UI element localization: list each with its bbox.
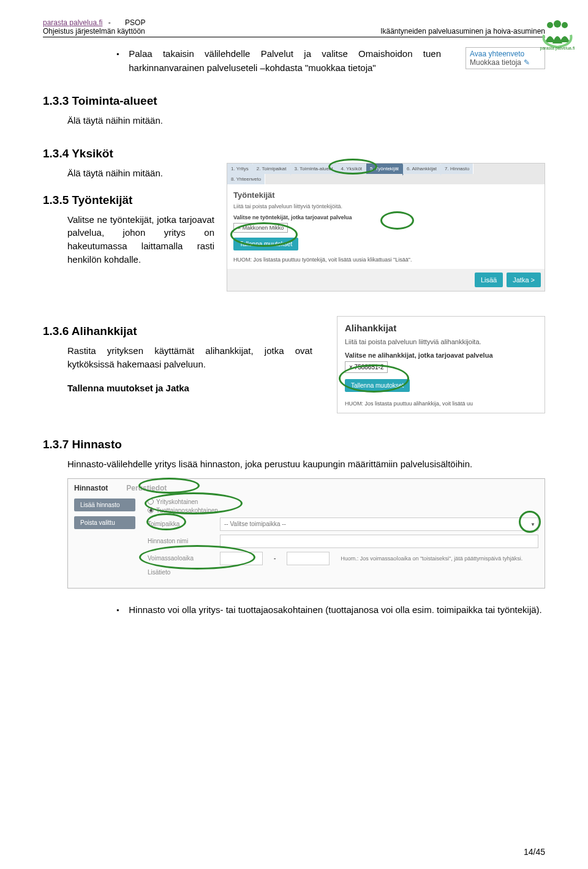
- open-summary-link[interactable]: Avaa yhteenveto: [470, 50, 541, 58]
- screenshot-tyontekijat: 1. Yritys 2. Toimipaikat 3. Toiminta-alu…: [227, 163, 545, 292]
- valid-to-input[interactable]: [287, 552, 330, 565]
- hinnaston-nimi-input[interactable]: [220, 535, 538, 548]
- pencil-icon: ✎: [524, 58, 530, 67]
- toimipaikka-select[interactable]: -- Valitse toimipaikka -- ▼: [220, 517, 538, 531]
- page-number: 14/45: [524, 847, 545, 857]
- radio-yrityskohtainen[interactable]: Yrityskohtainen: [148, 498, 218, 505]
- save-button-ali[interactable]: Tallenna muutokset: [345, 379, 410, 392]
- radio-tuottajanosakohtainen[interactable]: Tuottajanosakohtainen: [148, 507, 218, 514]
- logo: parasta palvelua.fi: [536, 12, 579, 55]
- bullet-icon: ▪: [116, 603, 119, 617]
- svg-point-1: [554, 20, 561, 28]
- tab-yritys[interactable]: 1. Yritys: [227, 164, 253, 174]
- tab-toimipaikat[interactable]: 2. Toimipaikat: [253, 164, 291, 174]
- employee-chip[interactable]: × Makkonen Mikko: [233, 223, 288, 233]
- save-button[interactable]: Tallenna muutokset: [233, 238, 298, 250]
- final-bullet: Hinnasto voi olla yritys- tai tuottajaos…: [129, 603, 545, 617]
- subcontractor-chip[interactable]: × 7588651-2: [345, 361, 388, 373]
- add-pricelist-button[interactable]: Lisää hinnasto: [74, 498, 135, 511]
- tab-toiminta-alueet[interactable]: 3. Toiminta-alueet: [291, 164, 337, 174]
- continue-button[interactable]: Jatka >: [507, 273, 541, 287]
- heading-134: 1.3.4 Yksiköt: [43, 147, 214, 160]
- edit-info-link[interactable]: Muokkaa tietoja ✎: [470, 58, 541, 67]
- tab-hinnasto[interactable]: 7. Hinnasto: [441, 164, 473, 174]
- heading-135: 1.3.5 Työntekijät: [43, 194, 214, 207]
- heading-136: 1.3.6 Alihankkijat: [43, 325, 312, 338]
- valid-from-input[interactable]: [220, 552, 263, 565]
- screenshot-alihankkijat: Alihankkijat Liitä tai poista palveluun …: [337, 316, 545, 413]
- tab-tyontekijat[interactable]: 5. Työntekijät: [366, 164, 403, 174]
- tab-yksikot[interactable]: 4. Yksiköt: [337, 164, 367, 174]
- tab-perustiedot[interactable]: Perustiedot: [126, 484, 167, 492]
- tab-hinnastot[interactable]: Hinnastot: [74, 484, 108, 492]
- bullet-icon: ▪: [116, 47, 119, 75]
- intro-bullet: Palaa takaisin välilehdelle Palvelut ja …: [129, 47, 441, 75]
- page-header: parasta palvelua.fi - PSOP Ohjeistus jär…: [43, 18, 545, 37]
- tab-alihankkijat[interactable]: 6. Alihankkijat: [403, 164, 441, 174]
- svg-point-0: [547, 22, 553, 28]
- delete-selected-button[interactable]: Poista valittu: [74, 516, 135, 529]
- header-site-link[interactable]: parasta palvelua.fi: [43, 18, 102, 27]
- tab-yhteenveto[interactable]: 8. Yhteenveto: [227, 174, 265, 184]
- add-button[interactable]: Lisää: [475, 273, 503, 287]
- edit-popup: Avaa yhteenveto Muokkaa tietoja ✎: [466, 47, 545, 69]
- heading-133: 1.3.3 Toiminta-alueet: [43, 94, 545, 108]
- screenshot-hinnasto: Hinnastot Perustiedot Lisää hinnasto Poi…: [67, 478, 545, 589]
- heading-137: 1.3.7 Hinnasto: [43, 438, 545, 451]
- chevron-down-icon: ▼: [530, 522, 535, 527]
- svg-point-2: [562, 22, 568, 28]
